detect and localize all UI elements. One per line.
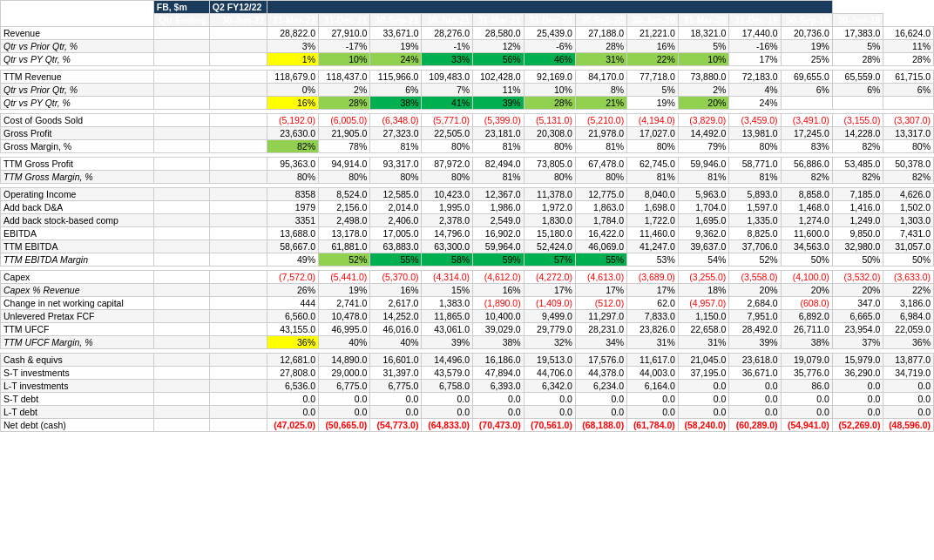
cell-value: (61,784.0) [627, 419, 679, 432]
empty-cell [153, 114, 209, 127]
table-row: Qtr vs PY Qtr, %16%28%38%41%39%28%21%19%… [1, 97, 934, 110]
empty-cell [209, 97, 267, 110]
cell-value: 9,850.0 [832, 227, 883, 240]
cell-value: 34,719.0 [883, 367, 934, 380]
table-row: Qtr vs PY Qtr, %1%10%24%33%56%46%31%22%1… [1, 53, 934, 66]
row-label: TTM Revenue [1, 71, 154, 84]
row-label: Capex % Revenue [1, 284, 154, 297]
cell-value: 12,585.0 [370, 188, 422, 201]
cell-value: 6,984.0 [883, 310, 934, 323]
row-label: L-T debt [1, 406, 154, 419]
cell-value: 25,439.0 [524, 27, 575, 40]
cell-value: 73,880.0 [678, 71, 729, 84]
cell-value: 28% [319, 97, 370, 110]
cell-value: 11,297.0 [575, 310, 626, 323]
cell-value: 7,431.0 [883, 227, 934, 240]
cell-value: 28% [883, 53, 934, 66]
empty-cell [153, 367, 209, 380]
cell-value: 20% [832, 284, 883, 297]
cell-value: 38% [370, 97, 422, 110]
cell-value: 1,986.0 [473, 201, 525, 214]
cell-value: 81% [627, 171, 679, 184]
empty-cell [209, 240, 267, 253]
table-body: Revenue28,822.027,910.033,671.028,276.02… [1, 27, 934, 432]
cell-value: 0.0 [678, 406, 729, 419]
cell-value: 14,492.0 [678, 127, 729, 140]
cell-value: 24% [370, 53, 422, 66]
cell-value: 22% [883, 284, 934, 297]
cell-value: 25% [781, 53, 832, 66]
cell-value: 58,771.0 [729, 158, 781, 171]
cell-value: 81% [729, 171, 781, 184]
cell-value: 23,618.0 [729, 354, 781, 367]
cell-value: 53% [627, 253, 679, 267]
cell-value: 17,005.0 [370, 227, 422, 240]
column-header: 30-Sep-19 [781, 14, 832, 27]
cell-value: 80% [575, 171, 626, 184]
cell-value: 1,150.0 [678, 310, 729, 323]
empty-cell [209, 40, 267, 53]
cell-value: 5,963.0 [678, 188, 729, 201]
cell-value: 59,964.0 [473, 240, 525, 253]
empty-cell [153, 188, 209, 201]
cell-value: 80% [729, 140, 781, 153]
cell-value: 65,559.0 [832, 71, 883, 84]
cell-value: 95,363.0 [267, 158, 319, 171]
cell-value: 40% [319, 336, 370, 349]
cell-value: 22,505.0 [422, 127, 473, 140]
cell-value: 2% [319, 84, 370, 97]
empty-cell [209, 336, 267, 349]
cell-value: 0.0 [267, 406, 319, 419]
cell-value: 27,808.0 [267, 367, 319, 380]
cell-value: 28,231.0 [575, 323, 626, 336]
cell-value: 19% [781, 40, 832, 53]
cell-value [832, 97, 883, 110]
cell-value: 16,601.0 [370, 354, 422, 367]
cell-value: 81% [678, 171, 729, 184]
financial-table: Cestrian Capital Research, Inc Summary F… [0, 0, 934, 432]
row-label: TTM Gross Profit [1, 158, 154, 171]
cell-value: 61,881.0 [319, 240, 370, 253]
cell-value: 47,894.0 [473, 367, 525, 380]
empty-cell [209, 84, 267, 97]
empty-cell [209, 380, 267, 393]
cell-value: 86.0 [781, 380, 832, 393]
qtr-ending-label: Qtr Ending [153, 14, 209, 27]
row-label: S-T investments [1, 367, 154, 380]
cell-value: 50% [883, 253, 934, 267]
cell-value: 0.0 [729, 406, 781, 419]
cell-value: (4,612.0) [473, 271, 525, 284]
cell-value: 83% [781, 140, 832, 153]
cell-value: (5,210.0) [575, 114, 626, 127]
empty-cell [209, 27, 267, 40]
cell-value: 14,796.0 [422, 227, 473, 240]
row-label: Qtr vs PY Qtr, % [1, 53, 154, 66]
cell-value: 57% [524, 253, 575, 267]
cell-value: 38% [473, 336, 525, 349]
cell-value: 6,342.0 [524, 380, 575, 393]
cell-value: 17% [729, 53, 781, 66]
cell-value: 44,378.0 [575, 367, 626, 380]
table-row: L-T debt0.00.00.00.00.00.00.00.00.00.00.… [1, 406, 934, 419]
cell-value: 24% [729, 97, 781, 110]
cell-value: 5% [627, 84, 679, 97]
row-label: TTM UFCF Margin, % [1, 336, 154, 349]
cell-value: 80% [370, 171, 422, 184]
row-label: Revenue [1, 27, 154, 40]
cell-value: 2,156.0 [319, 201, 370, 214]
column-header: 31-Dec-21 [319, 14, 370, 27]
cell-value: 56% [473, 53, 525, 66]
cell-value: 22,059.0 [883, 323, 934, 336]
empty-cell [153, 354, 209, 367]
cell-value: 28,276.0 [422, 27, 473, 40]
cell-value: 6,393.0 [473, 380, 525, 393]
cell-value: 79% [678, 140, 729, 153]
cell-value: 73,805.0 [524, 158, 575, 171]
cell-value: 20% [678, 97, 729, 110]
cell-value: (5,399.0) [473, 114, 525, 127]
cell-value: 11,460.0 [627, 227, 679, 240]
cell-value: 10,423.0 [422, 188, 473, 201]
cell-value: 15,180.0 [524, 227, 575, 240]
cell-value: 12,775.0 [575, 188, 626, 201]
cell-value: 58,667.0 [267, 240, 319, 253]
